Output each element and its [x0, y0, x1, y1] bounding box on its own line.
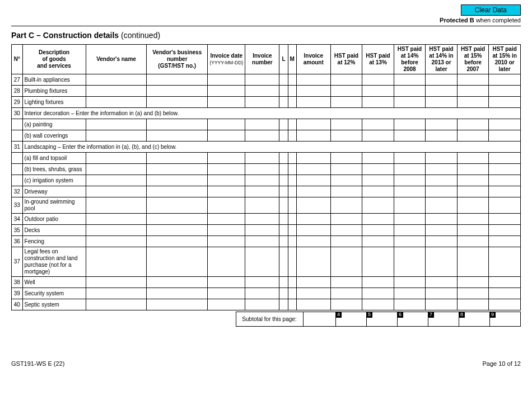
col-invnum: Invoicenumber — [245, 45, 279, 74]
construction-table: N° Descriptionof goodsand services Vendo… — [11, 44, 521, 310]
table-row: 28Plumbing fixtures — [12, 86, 521, 97]
col-biz: Vendor's businessnumber(GST/HST no.) — [147, 45, 208, 74]
col-n: N° — [12, 45, 23, 74]
table-row: 31Landscaping – Enter the information in… — [12, 142, 521, 153]
table-row: 35Decks — [12, 225, 521, 236]
subtotal-h14b[interactable]: 6 — [398, 312, 428, 327]
protected-label: Protected B when completed — [11, 17, 521, 23]
subtotal-row: Subtotal for this page: 4 5 6 7 8 9 — [236, 312, 521, 327]
col-l: L — [279, 45, 288, 74]
subtotal-h15b[interactable]: 8 — [459, 312, 490, 327]
col-h14a: HST paidat 14% in2013 orlater — [426, 45, 458, 74]
table-row: 27Built-in appliances — [12, 74, 521, 86]
col-h12: HST paidat 12% — [330, 45, 362, 74]
table-row: 36Fencing — [12, 236, 521, 247]
col-invdate: Invoice date(YYYY-MM-DD) — [208, 45, 245, 74]
col-m: M — [288, 45, 296, 74]
table-row: 39Security system — [12, 288, 521, 299]
subtotal-h13[interactable]: 5 — [367, 312, 398, 327]
table-row: 34Outdoor patio — [12, 214, 521, 225]
subtotal-h14a[interactable]: 7 — [428, 312, 459, 327]
table-row: 33In-ground swimming pool — [12, 197, 521, 214]
table-row: 29Lighting fixtures — [12, 97, 521, 108]
table-row: (c) irrigation system — [12, 175, 521, 186]
col-h14b: HST paidat 14%before2008 — [394, 45, 426, 74]
table-row: (a) fill and topsoil — [12, 153, 521, 164]
table-row: (b) trees, shrubs, grass — [12, 164, 521, 175]
col-amt: Invoiceamount — [296, 45, 330, 74]
table-row: (a) painting — [12, 119, 521, 130]
page-number: Page 10 of 12 — [482, 360, 521, 367]
table-row: 40Septic system — [12, 299, 521, 310]
table-row: (b) wall coverings — [12, 130, 521, 142]
subtotal-h15a[interactable]: 9 — [490, 312, 521, 327]
col-h15a: HST paidat 15% in2010 orlater — [489, 45, 521, 74]
col-h13: HST paidat 13% — [362, 45, 394, 74]
table-row: 32Driveway — [12, 186, 521, 197]
subtotal-label: Subtotal for this page: — [236, 312, 303, 327]
form-id: GST191-WS E (22) — [11, 360, 64, 367]
subtotal-amt[interactable] — [303, 312, 336, 327]
col-vendor: Vendor's name — [86, 45, 147, 74]
table-row: 30Interior decoration – Enter the inform… — [12, 108, 521, 119]
table-row: 38Well — [12, 277, 521, 288]
col-h15b: HST paidat 15%before2007 — [457, 45, 489, 74]
clear-data-button[interactable]: Clear Data — [461, 4, 521, 16]
table-row: 37Legal fees on construction and land pu… — [12, 247, 521, 277]
section-title: Part C – Construction details (continued… — [11, 31, 521, 40]
subtotal-h12[interactable]: 4 — [336, 312, 367, 327]
col-desc: Descriptionof goodsand services — [22, 45, 86, 74]
